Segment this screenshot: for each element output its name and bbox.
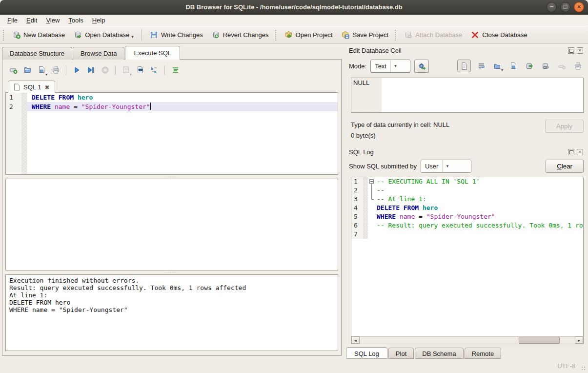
word-wrap-icon (477, 62, 486, 70)
dock-tab-db-schema[interactable]: DB Schema (415, 348, 463, 359)
new-sql-tab-button[interactable] (7, 64, 19, 76)
import-from-file-button[interactable] (414, 60, 429, 73)
open-dropdown-icon[interactable]: ▾ (501, 68, 503, 72)
edit-cell-title: Edit Database Cell (349, 47, 566, 54)
format-sql-button[interactable] (169, 64, 181, 76)
fold-margin (363, 177, 368, 186)
sql-identifier: name (400, 213, 415, 220)
toolbar-drag-handle[interactable] (3, 30, 6, 41)
tab-browse-data[interactable]: Browse Data (73, 47, 124, 60)
sql-code-editor[interactable]: 1 2 DELETE FROM hero WHERE name = "Spide… (5, 92, 338, 175)
fold-margin (363, 204, 368, 212)
text-mode-toggle[interactable] (457, 60, 471, 72)
scrollbar-thumb[interactable] (519, 337, 560, 344)
clear-log-button[interactable]: Clear (546, 160, 584, 173)
format-icon (171, 66, 180, 74)
open-database-dropdown-icon[interactable]: ▾ (131, 34, 134, 39)
menu-bar: File Edit View Tools Help (0, 15, 588, 26)
save-file-dropdown-icon[interactable]: ▾ (45, 72, 47, 77)
set-null-button (556, 60, 568, 72)
link-cell-button[interactable] (540, 60, 551, 72)
sql-editor-toolbar: ▾ (5, 62, 338, 78)
tab-execute-sql[interactable]: Execute SQL (125, 46, 180, 60)
cell-type-info: Type of data currently in cell: NULL (351, 120, 545, 130)
print-cell-button[interactable] (572, 60, 584, 72)
scroll-right-icon[interactable]: ▶ (575, 336, 583, 344)
toolbar-drag-handle[interactable] (395, 30, 398, 41)
open-project-label: Open Project (296, 31, 333, 39)
save-project-button[interactable]: Save Project (337, 28, 393, 41)
sql-comment: -- (375, 186, 385, 195)
export-cell-button[interactable] (524, 60, 535, 72)
sql-log-view[interactable]: 1-- EXECUTING ALL IN 'SQL 1' 2-- 3-- At … (351, 177, 584, 344)
horizontal-scrollbar[interactable]: ◀ ▶ (351, 336, 583, 344)
execution-message-panel[interactable]: Execution finished without errors. Resul… (5, 274, 338, 351)
menu-file[interactable]: File (3, 15, 22, 25)
menu-edit[interactable]: Edit (22, 15, 41, 25)
stop-icon (101, 66, 109, 74)
sql-log-lines: 1-- EXECUTING ALL IN 'SQL 1' 2-- 3-- At … (351, 177, 583, 336)
results-grid[interactable] (5, 179, 338, 270)
cell-value-editor[interactable]: NULL (351, 78, 584, 113)
maximize-button[interactable]: □ (560, 2, 570, 12)
new-database-icon (12, 31, 20, 39)
sql-tab[interactable]: SQL 1 ✖ (8, 81, 55, 93)
resize-grip[interactable] (581, 366, 586, 371)
play-icon (73, 66, 81, 74)
close-database-icon (471, 31, 479, 39)
close-button[interactable]: × (574, 2, 584, 12)
save-sql-file-button[interactable]: ▾ (36, 64, 47, 76)
toolbar-drag-handle[interactable] (275, 30, 278, 41)
write-changes-button[interactable]: Write Changes (145, 28, 207, 41)
find-replace-button[interactable]: b a (148, 64, 160, 76)
close-dock-icon[interactable]: × (577, 47, 583, 54)
line-number: 4 (351, 204, 363, 212)
fold-margin (363, 212, 368, 221)
export-icon (526, 62, 534, 70)
splitter-handle[interactable]: ······ (5, 175, 338, 179)
menu-help[interactable]: Help (88, 15, 110, 25)
close-dock-icon[interactable]: × (577, 149, 583, 155)
submitted-by-select[interactable]: User ▾ (421, 160, 471, 173)
fold-collapse-icon[interactable] (368, 177, 375, 186)
open-sql-file-button[interactable] (21, 64, 33, 76)
float-dock-icon[interactable] (568, 47, 574, 54)
toolbar-separator (115, 65, 116, 75)
minimize-button[interactable]: − (547, 2, 557, 12)
menu-tools[interactable]: Tools (64, 15, 87, 25)
open-database-button[interactable]: Open Database ▾ (69, 28, 138, 41)
tab-database-structure[interactable]: Database Structure (2, 47, 72, 60)
float-dock-icon[interactable] (568, 149, 574, 155)
print-button[interactable] (50, 64, 61, 76)
execute-all-button[interactable] (71, 64, 82, 76)
line-number: 1 (6, 93, 21, 102)
encoding-indicator[interactable]: UTF-8 (557, 362, 575, 370)
menu-view[interactable]: View (41, 15, 64, 25)
open-cell-data-button[interactable]: ▾ (491, 60, 503, 72)
new-database-button[interactable]: New Database (8, 28, 69, 41)
word-wrap-toggle[interactable] (475, 60, 487, 72)
scrollbar-track[interactable] (360, 336, 575, 344)
close-database-button[interactable]: Close Database (466, 28, 532, 41)
right-pane: Edit Database Cell × Mode: Text ▾ (344, 44, 588, 359)
log-line-5: 5WHERE name = "Spider-Youngster" (351, 212, 583, 221)
line-number: 1 (351, 177, 363, 186)
dock-tab-remote[interactable]: Remote (465, 348, 502, 359)
save-cell-data-button[interactable] (507, 60, 519, 72)
dock-tab-sql-log[interactable]: SQL Log (346, 347, 387, 359)
scroll-left-icon[interactable]: ◀ (351, 336, 360, 344)
close-tab-icon[interactable]: ✖ (44, 84, 49, 91)
find-button[interactable] (134, 64, 146, 76)
dock-tab-plot[interactable]: Plot (388, 348, 414, 359)
splitter-handle[interactable]: ······ (5, 270, 338, 274)
execute-current-line-button[interactable] (85, 64, 97, 76)
stop-button (99, 64, 111, 76)
editor-code-area[interactable]: DELETE FROM hero WHERE name = "Spider-Yo… (27, 93, 338, 174)
find-icon (136, 66, 144, 74)
mode-select[interactable]: Text ▾ (370, 60, 410, 73)
save-file-icon (509, 62, 518, 70)
open-project-button[interactable]: Open Project (280, 28, 337, 41)
open-project-icon (284, 31, 293, 39)
sql-tab-label: SQL 1 (23, 83, 41, 91)
revert-changes-button[interactable]: Revert Changes (207, 28, 273, 41)
